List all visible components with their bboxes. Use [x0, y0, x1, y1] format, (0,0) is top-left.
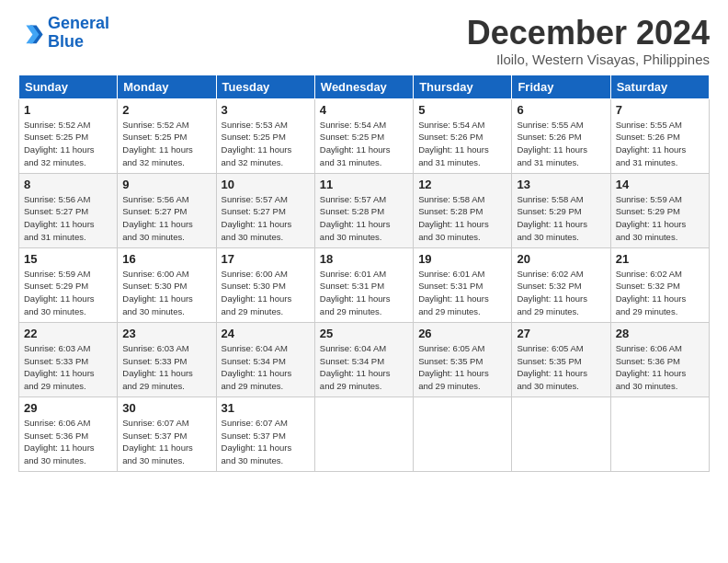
calendar-cell: 22Sunrise: 6:03 AM Sunset: 5:33 PM Dayli…	[19, 322, 118, 396]
day-number: 23	[122, 327, 210, 340]
calendar-cell: 28Sunrise: 6:06 AM Sunset: 5:36 PM Dayli…	[610, 322, 709, 396]
day-number: 9	[122, 178, 210, 191]
calendar-cell: 16Sunrise: 6:00 AM Sunset: 5:30 PM Dayli…	[118, 247, 216, 322]
calendar-week-row: 29Sunrise: 6:06 AM Sunset: 5:36 PM Dayli…	[19, 396, 710, 471]
page: General Blue December 2024 Iloilo, Weste…	[0, 0, 728, 563]
calendar-week-row: 1Sunrise: 5:52 AM Sunset: 5:25 PM Daylig…	[19, 98, 710, 173]
day-info: Sunrise: 5:52 AM Sunset: 5:25 PM Dayligh…	[122, 119, 210, 169]
day-info: Sunrise: 6:06 AM Sunset: 5:36 PM Dayligh…	[616, 342, 704, 393]
calendar-cell: 10Sunrise: 5:57 AM Sunset: 5:27 PM Dayli…	[216, 173, 314, 247]
day-number: 8	[24, 178, 112, 191]
day-info: Sunrise: 6:04 AM Sunset: 5:34 PM Dayligh…	[320, 342, 408, 393]
day-number: 4	[320, 103, 408, 117]
day-info: Sunrise: 6:00 AM Sunset: 5:30 PM Dayligh…	[222, 268, 310, 318]
calendar-cell: 6Sunrise: 5:55 AM Sunset: 5:26 PM Daylig…	[512, 98, 610, 173]
day-number: 20	[517, 252, 605, 266]
day-info: Sunrise: 5:56 AM Sunset: 5:27 PM Dayligh…	[24, 193, 112, 244]
day-info: Sunrise: 5:59 AM Sunset: 5:29 PM Dayligh…	[616, 193, 704, 244]
day-number: 25	[320, 327, 408, 340]
calendar-cell: 29Sunrise: 6:06 AM Sunset: 5:36 PM Dayli…	[19, 396, 118, 471]
day-info: Sunrise: 5:55 AM Sunset: 5:26 PM Dayligh…	[517, 119, 605, 169]
day-number: 22	[24, 327, 112, 340]
day-number: 12	[418, 178, 506, 191]
day-number: 31	[222, 401, 310, 415]
calendar-cell: 25Sunrise: 6:04 AM Sunset: 5:34 PM Dayli…	[314, 322, 413, 396]
day-number: 5	[418, 103, 506, 117]
logo-line2: Blue	[48, 32, 84, 51]
calendar-cell: 20Sunrise: 6:02 AM Sunset: 5:32 PM Dayli…	[512, 247, 610, 322]
day-number: 7	[616, 103, 704, 117]
day-info: Sunrise: 5:57 AM Sunset: 5:28 PM Dayligh…	[320, 193, 408, 244]
calendar-cell: 5Sunrise: 5:54 AM Sunset: 5:26 PM Daylig…	[414, 98, 512, 173]
day-header-tuesday: Tuesday	[216, 75, 314, 98]
day-info: Sunrise: 6:06 AM Sunset: 5:36 PM Dayligh…	[24, 417, 112, 467]
day-number: 11	[320, 178, 408, 191]
calendar-week-row: 22Sunrise: 6:03 AM Sunset: 5:33 PM Dayli…	[19, 322, 710, 396]
day-number: 17	[222, 252, 310, 266]
calendar-week-row: 8Sunrise: 5:56 AM Sunset: 5:27 PM Daylig…	[19, 173, 710, 247]
day-header-friday: Friday	[512, 75, 610, 98]
day-header-sunday: Sunday	[19, 75, 118, 98]
calendar-cell: 18Sunrise: 6:01 AM Sunset: 5:31 PM Dayli…	[314, 247, 413, 322]
calendar-cell: 4Sunrise: 5:54 AM Sunset: 5:25 PM Daylig…	[314, 98, 413, 173]
day-info: Sunrise: 5:59 AM Sunset: 5:29 PM Dayligh…	[24, 268, 112, 318]
calendar-cell: 14Sunrise: 5:59 AM Sunset: 5:29 PM Dayli…	[610, 173, 709, 247]
calendar-cell: 8Sunrise: 5:56 AM Sunset: 5:27 PM Daylig…	[19, 173, 118, 247]
day-info: Sunrise: 6:07 AM Sunset: 5:37 PM Dayligh…	[122, 417, 210, 467]
calendar-cell: 30Sunrise: 6:07 AM Sunset: 5:37 PM Dayli…	[118, 396, 216, 471]
day-header-wednesday: Wednesday	[314, 75, 413, 98]
logo: General Blue	[18, 15, 109, 52]
day-info: Sunrise: 5:55 AM Sunset: 5:26 PM Dayligh…	[616, 119, 704, 169]
calendar-cell: 31Sunrise: 6:07 AM Sunset: 5:37 PM Dayli…	[216, 396, 314, 471]
calendar-cell: 24Sunrise: 6:04 AM Sunset: 5:34 PM Dayli…	[216, 322, 314, 396]
calendar-cell	[314, 396, 413, 471]
day-number: 16	[122, 252, 210, 266]
day-info: Sunrise: 6:03 AM Sunset: 5:33 PM Dayligh…	[122, 342, 210, 393]
day-number: 2	[122, 103, 210, 117]
day-number: 19	[418, 252, 506, 266]
day-header-thursday: Thursday	[414, 75, 512, 98]
logo-icon	[18, 20, 44, 46]
calendar-table: SundayMondayTuesdayWednesdayThursdayFrid…	[18, 75, 710, 472]
calendar-cell: 21Sunrise: 6:02 AM Sunset: 5:32 PM Dayli…	[610, 247, 709, 322]
day-info: Sunrise: 6:02 AM Sunset: 5:32 PM Dayligh…	[616, 268, 704, 318]
calendar-week-row: 15Sunrise: 5:59 AM Sunset: 5:29 PM Dayli…	[19, 247, 710, 322]
day-number: 27	[517, 327, 605, 340]
day-number: 21	[616, 252, 704, 266]
day-info: Sunrise: 5:58 AM Sunset: 5:29 PM Dayligh…	[517, 193, 605, 244]
calendar-cell: 15Sunrise: 5:59 AM Sunset: 5:29 PM Dayli…	[19, 247, 118, 322]
calendar-cell: 11Sunrise: 5:57 AM Sunset: 5:28 PM Dayli…	[314, 173, 413, 247]
calendar-cell	[512, 396, 610, 471]
day-info: Sunrise: 5:52 AM Sunset: 5:25 PM Dayligh…	[24, 119, 112, 169]
calendar-cell: 3Sunrise: 5:53 AM Sunset: 5:25 PM Daylig…	[216, 98, 314, 173]
calendar-cell: 17Sunrise: 6:00 AM Sunset: 5:30 PM Dayli…	[216, 247, 314, 322]
calendar-cell: 1Sunrise: 5:52 AM Sunset: 5:25 PM Daylig…	[19, 98, 118, 173]
day-info: Sunrise: 6:01 AM Sunset: 5:31 PM Dayligh…	[418, 268, 506, 318]
calendar-cell: 19Sunrise: 6:01 AM Sunset: 5:31 PM Dayli…	[414, 247, 512, 322]
title-block: December 2024 Iloilo, Western Visayas, P…	[467, 15, 710, 67]
day-info: Sunrise: 6:02 AM Sunset: 5:32 PM Dayligh…	[517, 268, 605, 318]
day-number: 10	[222, 178, 310, 191]
day-number: 18	[320, 252, 408, 266]
day-info: Sunrise: 6:07 AM Sunset: 5:37 PM Dayligh…	[222, 417, 310, 467]
calendar-header-row: SundayMondayTuesdayWednesdayThursdayFrid…	[19, 75, 710, 98]
day-header-saturday: Saturday	[610, 75, 709, 98]
subtitle: Iloilo, Western Visayas, Philippines	[467, 52, 710, 67]
day-info: Sunrise: 6:04 AM Sunset: 5:34 PM Dayligh…	[222, 342, 310, 393]
calendar-cell: 9Sunrise: 5:56 AM Sunset: 5:27 PM Daylig…	[118, 173, 216, 247]
calendar-cell: 13Sunrise: 5:58 AM Sunset: 5:29 PM Dayli…	[512, 173, 610, 247]
day-number: 13	[517, 178, 605, 191]
month-title: December 2024	[467, 15, 710, 52]
calendar-cell: 23Sunrise: 6:03 AM Sunset: 5:33 PM Dayli…	[118, 322, 216, 396]
day-number: 3	[222, 103, 310, 117]
calendar-cell	[610, 396, 709, 471]
day-header-monday: Monday	[118, 75, 216, 98]
day-number: 29	[24, 401, 112, 415]
day-number: 28	[616, 327, 704, 340]
day-info: Sunrise: 6:03 AM Sunset: 5:33 PM Dayligh…	[24, 342, 112, 393]
day-number: 26	[418, 327, 506, 340]
day-info: Sunrise: 5:54 AM Sunset: 5:26 PM Dayligh…	[418, 119, 506, 169]
calendar-cell: 2Sunrise: 5:52 AM Sunset: 5:25 PM Daylig…	[118, 98, 216, 173]
calendar-cell: 12Sunrise: 5:58 AM Sunset: 5:28 PM Dayli…	[414, 173, 512, 247]
day-info: Sunrise: 5:54 AM Sunset: 5:25 PM Dayligh…	[320, 119, 408, 169]
